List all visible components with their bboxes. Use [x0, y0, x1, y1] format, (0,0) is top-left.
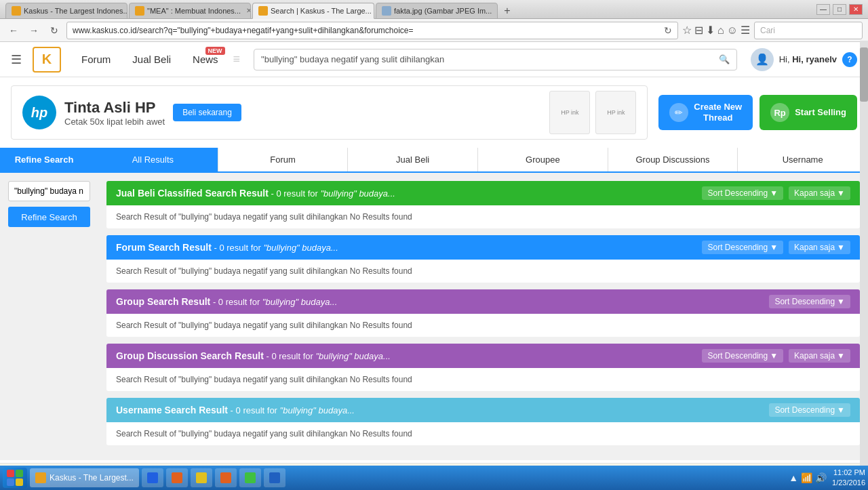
search-submit-icon[interactable]: 🔍 — [719, 54, 730, 64]
tab-label-3: Search | Kaskus - The Large... — [271, 7, 372, 15]
beli-sekarang-button[interactable]: Beli sekarang — [173, 104, 241, 121]
tab-label-4: fakta.jpg (Gambar JPEG Im... — [394, 7, 492, 15]
tab-label-2: "MEA" : Membuat Indones... — [147, 7, 241, 15]
browser-titlebar: Kaskus - The Largest Indones... ✕ "MEA" … — [0, 0, 868, 19]
forward-button[interactable]: → — [26, 22, 42, 39]
taskbar-word-app[interactable] — [264, 468, 285, 487]
taskbar-media-app[interactable] — [166, 468, 188, 487]
tab-close-4[interactable]: ✕ — [497, 7, 498, 14]
browser-tab-4[interactable]: fakta.jpg (Gambar JPEG Im... ✕ — [376, 3, 498, 19]
username-sort-label: Sort Descending — [774, 405, 835, 415]
jual-beli-result-count: - 0 result for "bullying" budaya... — [271, 188, 395, 199]
create-new-thread-button[interactable]: ✏ Create NewThread — [658, 95, 753, 129]
group-result-title: Group Search Result — [116, 296, 210, 307]
forum-sort-button[interactable]: Sort Descending ▼ — [702, 241, 783, 254]
browser-tab-2[interactable]: "MEA" : Membuat Indones... ✕ — [129, 3, 251, 19]
new-tab-button[interactable]: + — [499, 3, 515, 19]
tray-sound-icon: 🔊 — [815, 472, 827, 483]
group-sort-button[interactable]: Sort Descending ▼ — [769, 295, 850, 308]
group-discussion-sort-button[interactable]: Sort Descending ▼ — [702, 349, 783, 363]
start-button[interactable] — [3, 468, 27, 488]
username-result-header: Username Search Result - 0 result for "b… — [106, 398, 860, 422]
hamburger-menu[interactable]: ☰ — [11, 52, 22, 67]
win-logo-green — [16, 470, 23, 477]
address-bar[interactable]: www.kaskus.co.id/search?q="bullying"+bud… — [66, 22, 678, 39]
download-icon[interactable]: ⬇ — [706, 24, 715, 37]
clock[interactable]: 11:02 PM 1/23/2016 — [832, 468, 865, 489]
site-wrapper: ☰ K Forum Jual Beli News NEW ≡ "bullying… — [0, 42, 868, 490]
forum-kapan-button[interactable]: Kapan saja ▼ — [789, 241, 850, 254]
kaskus-app-label: Kaskus - The Largest... — [50, 473, 134, 483]
group-discussion-result-header: Group Discussion Search Result - 0 resul… — [106, 344, 860, 368]
scrollbar[interactable] — [860, 41, 868, 466]
taskbar-line-app[interactable] — [239, 468, 261, 487]
ie-icon — [147, 472, 158, 483]
time: 11:02 PM — [832, 468, 865, 478]
forum-sort-label: Sort Descending — [707, 243, 768, 252]
group-discussion-result-title: Group Discussion Search Result — [116, 350, 264, 361]
browser-tab-1[interactable]: Kaskus - The Largest Indones... ✕ — [5, 3, 127, 19]
tab-close-2[interactable]: ✕ — [246, 7, 251, 14]
taskbar-folder-app[interactable] — [191, 468, 212, 487]
tab-jual-beli[interactable]: Jual Beli — [348, 148, 478, 171]
group-discussion-kapan-button[interactable]: Kapan saja ▼ — [789, 349, 850, 363]
back-button[interactable]: ← — [5, 22, 22, 39]
minimize-button[interactable]: — — [816, 4, 830, 15]
jual-beli-sort-button[interactable]: Sort Descending ▼ — [702, 186, 783, 200]
topnav-right: 👤 Hi, Hi, ryanelv ? — [751, 48, 857, 71]
kaskus-logo[interactable]: K — [33, 47, 61, 73]
jual-beli-kapan-label: Kapan saja — [794, 188, 835, 198]
help-button[interactable]: ? — [842, 52, 857, 67]
kaskus-app-favicon — [35, 472, 46, 483]
group-sort-chevron: ▼ — [837, 297, 845, 306]
jual-beli-result-body: Search Result of "bullying" budaya negat… — [106, 205, 860, 228]
hp-ink-1-label: HP ink — [561, 109, 578, 116]
news-nav-link[interactable]: News — [186, 54, 225, 65]
username-sort-button[interactable]: Sort Descending ▼ — [769, 403, 850, 417]
user-icon[interactable]: ☺ — [727, 24, 738, 37]
forum-nav-link[interactable]: Forum — [75, 54, 117, 65]
tray-up-arrow[interactable]: ▲ — [789, 472, 798, 483]
bookmark-star-icon[interactable]: ☆ — [682, 24, 692, 37]
group-discussion-title-area: Group Discussion Search Result - 0 resul… — [116, 350, 391, 361]
username-result-controls: Sort Descending ▼ — [769, 403, 850, 417]
reading-view-icon[interactable]: ⊟ — [694, 24, 703, 37]
browser-search-box[interactable]: Cari — [754, 22, 863, 39]
home-icon[interactable]: ⌂ — [717, 24, 724, 37]
taskbar-kaskus-app[interactable]: Kaskus - The Largest... — [30, 468, 139, 487]
refine-search-input[interactable] — [8, 181, 90, 201]
maximize-button[interactable]: □ — [833, 4, 846, 15]
forum-result-header: Forum Search Result - 0 result for "bull… — [106, 235, 860, 260]
search-placeholder: Cari — [760, 26, 775, 35]
jual-beli-kapan-button[interactable]: Kapan saja ▼ — [789, 186, 850, 200]
browser-tab-3[interactable]: Search | Kaskus - The Large... ✕ — [252, 3, 374, 19]
pencil-icon: ✏ — [669, 103, 688, 122]
hp-banner: hp Tinta Asli HP Cetak 50x lipat lebih a… — [11, 85, 648, 140]
main-search-bar[interactable]: "bullying" budaya negatif yang sulit dih… — [254, 49, 737, 70]
tab-groupee[interactable]: Groupee — [478, 148, 608, 171]
jual-beli-nav-link[interactable]: Jual Beli — [125, 54, 178, 65]
tab-group-discussions[interactable]: Group Discussions — [608, 148, 738, 171]
news-container: News NEW — [186, 54, 225, 65]
menu-icon[interactable]: ☰ — [741, 24, 750, 37]
refresh-icon: ↻ — [664, 25, 672, 36]
date: 1/23/2016 — [832, 478, 865, 488]
start-selling-button[interactable]: Rp Start Selling — [760, 95, 857, 129]
tab-all-results[interactable]: All Results — [88, 148, 218, 171]
scrollbar-thumb[interactable] — [860, 47, 868, 102]
hp-ink-image-2: HP ink — [595, 91, 636, 134]
close-button[interactable]: ✕ — [849, 4, 863, 15]
refine-search-button[interactable]: Refine Search — [8, 207, 90, 227]
username-result-count: - 0 result for "bullying" budaya... — [231, 405, 355, 415]
jual-beli-query: "bullying" budaya... — [320, 188, 395, 199]
hp-logo: hp — [22, 96, 56, 129]
tab-username[interactable]: Username — [738, 148, 868, 171]
taskbar-firefox-app[interactable] — [215, 468, 237, 487]
group-discussion-kapan-label: Kapan saja — [794, 351, 835, 361]
forum-result-title-area: Forum Search Result - 0 result for "bull… — [116, 242, 338, 253]
refine-search-tab[interactable]: Refine Search — [0, 148, 88, 171]
tab-forum[interactable]: Forum — [218, 148, 349, 171]
refresh-button[interactable]: ↻ — [46, 22, 62, 39]
forum-result-section: Forum Search Result - 0 result for "bull… — [106, 235, 860, 283]
taskbar-ie-app[interactable] — [142, 468, 163, 487]
